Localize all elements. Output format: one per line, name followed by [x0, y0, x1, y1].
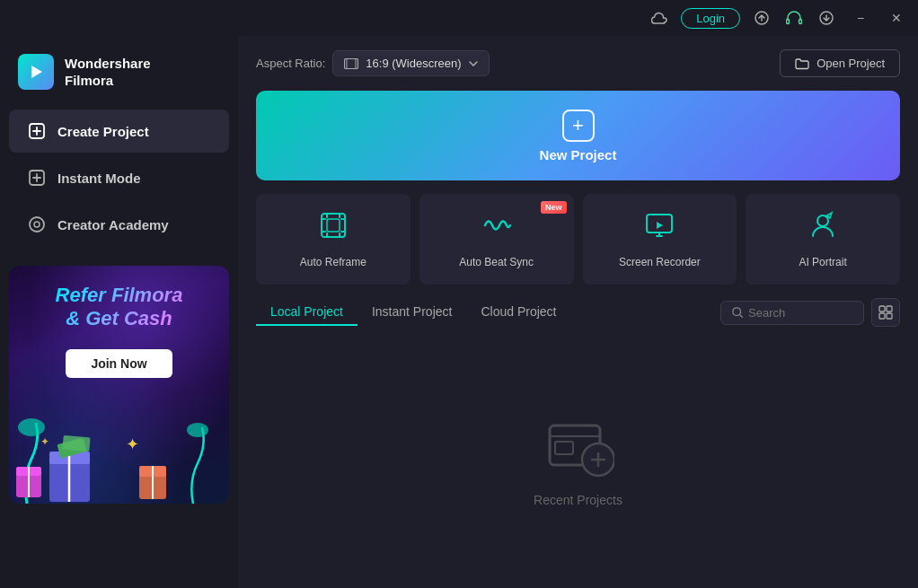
aspect-ratio-value: 16:9 (Widescreen)	[366, 57, 461, 70]
login-button[interactable]: Login	[681, 8, 740, 29]
svg-marker-4	[31, 66, 42, 78]
svg-rect-38	[555, 442, 573, 454]
search-box[interactable]	[720, 301, 864, 325]
auto-beat-sync-label: Auto Beat Sync	[459, 256, 534, 268]
svg-rect-17	[62, 435, 90, 452]
svg-point-9	[18, 418, 45, 436]
titlebar: Login − ✕	[0, 0, 918, 36]
sidebar-item-instant-mode[interactable]: Instant Mode	[9, 156, 229, 199]
svg-rect-27	[322, 214, 345, 237]
top-bar: Aspect Ratio: 16:9 (Widescreen)	[256, 49, 900, 77]
svg-text:✦: ✦	[126, 435, 139, 453]
grid-toggle-button[interactable]	[871, 298, 900, 327]
empty-projects-label: Recent Projects	[534, 493, 622, 507]
main-content: Aspect Ratio: 16:9 (Widescreen)	[238, 36, 918, 588]
cloud-icon[interactable]	[649, 7, 670, 29]
svg-rect-10	[16, 472, 41, 497]
upload-icon[interactable]	[751, 7, 772, 29]
titlebar-icons: Login − ✕	[649, 7, 909, 29]
new-project-plus-icon: +	[562, 110, 595, 142]
screen-recorder-label: Screen Recorder	[619, 256, 701, 268]
logo-area: WondershareFilmora	[0, 45, 238, 108]
svg-rect-1	[787, 20, 790, 24]
svg-rect-11	[16, 467, 41, 476]
sidebar-item-academy-label: Creator Academy	[57, 217, 169, 233]
svg-point-21	[187, 423, 208, 437]
aspect-ratio-area: Aspect Ratio: 16:9 (Widescreen)	[256, 50, 490, 76]
logo-icon	[18, 54, 54, 90]
svg-rect-35	[887, 313, 892, 319]
download-icon[interactable]	[816, 7, 837, 29]
search-input[interactable]	[748, 306, 852, 320]
close-button[interactable]: ✕	[884, 7, 909, 29]
svg-rect-13	[49, 459, 90, 502]
screen-recorder-card[interactable]: Screen Recorder	[583, 194, 737, 285]
app-name: WondershareFilmora	[65, 55, 151, 90]
svg-rect-34	[879, 313, 885, 319]
headphones-icon[interactable]	[783, 7, 805, 29]
svg-point-7	[30, 217, 44, 232]
new-project-banner[interactable]: + New Project	[256, 91, 900, 180]
svg-point-8	[34, 222, 40, 227]
projects-tabs: Local Project Instant Project Cloud Proj…	[256, 298, 900, 327]
auto-reframe-label: Auto Reframe	[300, 256, 366, 268]
new-badge: New	[541, 201, 567, 214]
svg-rect-16	[57, 437, 86, 458]
instant-mode-icon	[27, 168, 47, 188]
sidebar: WondershareFilmora Create Project Instan…	[0, 36, 238, 588]
app-body: WondershareFilmora Create Project Instan…	[0, 36, 918, 588]
aspect-ratio-dropdown[interactable]: 16:9 (Widescreen)	[332, 50, 489, 76]
projects-search	[720, 298, 900, 327]
projects-section: Local Project Instant Project Cloud Proj…	[256, 298, 900, 575]
auto-reframe-icon	[318, 210, 349, 247]
svg-rect-33	[887, 306, 892, 312]
svg-rect-19	[139, 466, 166, 477]
svg-rect-32	[879, 306, 885, 312]
create-project-icon	[27, 121, 47, 141]
ai-portrait-card[interactable]: AI Portrait	[746, 194, 900, 285]
creator-academy-icon	[27, 215, 47, 234]
svg-rect-28	[327, 219, 340, 232]
new-project-label: New Project	[540, 147, 617, 162]
new-project-inner: + New Project	[540, 110, 617, 162]
svg-rect-18	[139, 472, 166, 499]
tab-local-project[interactable]: Local Project	[256, 299, 357, 326]
aspect-ratio-label: Aspect Ratio:	[256, 57, 325, 70]
svg-rect-14	[49, 452, 90, 464]
svg-rect-2	[799, 20, 802, 24]
tab-instant-project[interactable]: Instant Project	[357, 299, 467, 326]
promo-join-button[interactable]: Join Now	[66, 349, 172, 378]
promo-title: Refer Filmora& Get Cash	[56, 284, 183, 331]
open-project-label: Open Project	[816, 57, 885, 70]
auto-reframe-card[interactable]: Auto Reframe	[256, 194, 410, 285]
tab-cloud-project[interactable]: Cloud Project	[466, 299, 570, 326]
quick-actions: Auto Reframe New Auto Beat Sync	[256, 194, 900, 285]
sidebar-item-create-project[interactable]: Create Project	[9, 110, 229, 153]
sidebar-item-creator-academy[interactable]: Creator Academy	[9, 203, 229, 246]
ai-portrait-icon	[808, 210, 838, 247]
auto-beat-sync-card[interactable]: New Auto Beat Sync	[419, 194, 574, 285]
sidebar-item-instant-label: Instant Mode	[57, 171, 141, 186]
ai-portrait-label: AI Portrait	[799, 256, 846, 268]
promo-content: Refer Filmora& Get Cash Join Now	[9, 266, 229, 504]
promo-banner[interactable]: Refer Filmora& Get Cash Join Now	[9, 266, 229, 504]
minimize-button[interactable]: −	[848, 7, 873, 29]
search-icon	[732, 306, 743, 319]
auto-beat-sync-icon	[481, 210, 512, 247]
screen-recorder-icon	[644, 210, 675, 247]
svg-text:✦: ✦	[40, 435, 49, 448]
empty-projects-icon	[543, 408, 614, 479]
open-project-button[interactable]: Open Project	[780, 49, 900, 77]
sidebar-item-create-label: Create Project	[57, 124, 149, 139]
empty-state: Recent Projects	[256, 340, 900, 575]
